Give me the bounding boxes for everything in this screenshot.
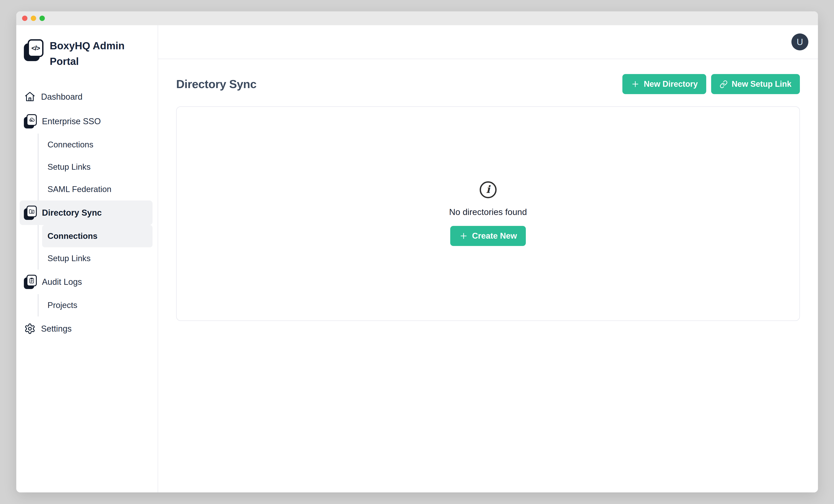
sidebar-subitem-dsync-setup-links[interactable]: Setup Links: [42, 247, 153, 270]
audit-logs-subnav: Projects: [38, 294, 153, 316]
sidebar-item-audit-logs[interactable]: Audit Logs: [20, 270, 153, 294]
minimize-window-button[interactable]: [31, 16, 36, 21]
sidebar-subitem-saml-federation[interactable]: SAML Federation: [42, 178, 153, 200]
sidebar-item-label: Directory Sync: [42, 208, 102, 218]
window-titlebar: [16, 12, 818, 25]
sidebar-item-settings[interactable]: Settings: [20, 316, 153, 341]
sidebar-item-label: Dashboard: [41, 92, 83, 102]
page-actions: New Directory New Setup Link: [622, 74, 800, 94]
create-new-button[interactable]: Create New: [450, 226, 526, 246]
enterprise-sso-subnav: Connections Setup Links SAML Federation: [38, 134, 153, 200]
plus-icon: [459, 232, 468, 240]
boxyhq-logo-icon: </>: [24, 39, 43, 61]
plus-icon: [631, 80, 640, 89]
main-content: U Directory Sync New Directory: [158, 25, 818, 492]
sidebar-item-label: Audit Logs: [42, 277, 82, 287]
brand[interactable]: </> BoxyHQ Admin Portal: [24, 39, 151, 69]
directory-sync-subnav: Connections Setup Links: [38, 225, 153, 270]
top-header: U: [158, 25, 818, 59]
sidebar-item-label: Enterprise SSO: [42, 117, 101, 126]
page-header: Directory Sync New Directory New Setup L…: [176, 74, 800, 94]
sidebar-subitem-dsync-connections[interactable]: Connections: [42, 225, 153, 247]
sidebar-subitem-projects[interactable]: Projects: [42, 294, 153, 316]
new-setup-link-button[interactable]: New Setup Link: [711, 74, 800, 94]
sidebar: </> BoxyHQ Admin Portal Dashboard: [16, 25, 158, 492]
sidebar-nav: Dashboard Enterprise SSO: [16, 85, 158, 341]
avatar-letter: U: [797, 37, 803, 47]
new-directory-button[interactable]: New Directory: [622, 74, 706, 94]
user-avatar[interactable]: U: [791, 34, 808, 50]
zoom-window-button[interactable]: [40, 16, 45, 21]
sidebar-item-enterprise-sso[interactable]: Enterprise SSO: [20, 109, 153, 134]
app-window: </> BoxyHQ Admin Portal Dashboard: [16, 12, 818, 492]
brand-title: BoxyHQ Admin Portal: [50, 38, 151, 69]
sidebar-item-label: Settings: [41, 324, 71, 334]
home-icon: [24, 91, 36, 103]
directory-folder-sync-icon: [24, 205, 37, 220]
app-body: </> BoxyHQ Admin Portal Dashboard: [16, 25, 818, 492]
empty-state-card: i No directories found Create New: [176, 106, 800, 321]
gear-icon: [24, 323, 36, 335]
sso-cloud-key-icon: [24, 114, 37, 128]
sidebar-subitem-sso-connections[interactable]: Connections: [42, 134, 153, 156]
code-glyph: </>: [31, 44, 40, 52]
link-icon: [720, 80, 728, 88]
page-title: Directory Sync: [176, 78, 257, 91]
sidebar-subitem-sso-setup-links[interactable]: Setup Links: [42, 156, 153, 178]
page: Directory Sync New Directory New Setup L…: [158, 59, 818, 492]
info-icon: i: [480, 181, 497, 198]
sidebar-item-directory-sync[interactable]: Directory Sync: [20, 200, 153, 225]
close-window-button[interactable]: [22, 16, 27, 21]
empty-state-message: No directories found: [449, 207, 527, 217]
audit-clipboard-icon: [24, 275, 37, 289]
sidebar-item-dashboard[interactable]: Dashboard: [20, 85, 153, 109]
